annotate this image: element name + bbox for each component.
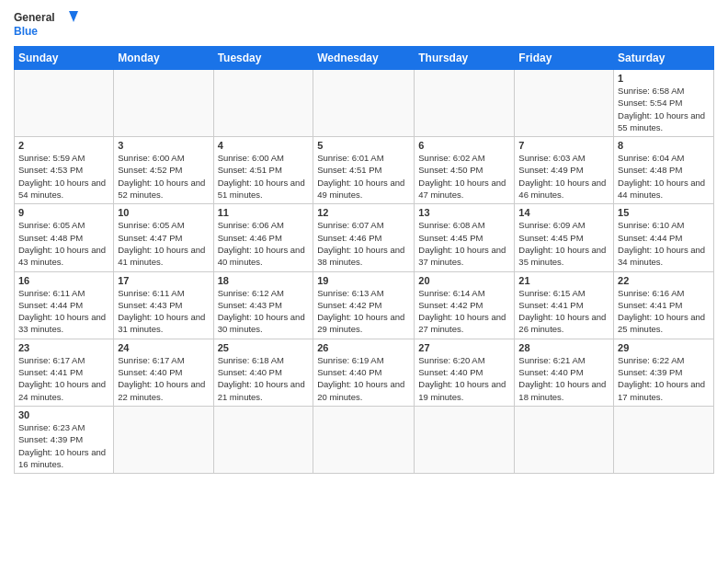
- day-info: Sunrise: 6:02 AM Sunset: 4:50 PM Dayligh…: [418, 152, 510, 201]
- calendar-cell: 29Sunrise: 6:22 AM Sunset: 4:39 PM Dayli…: [614, 339, 714, 406]
- day-number: 6: [418, 140, 510, 151]
- day-info: Sunrise: 6:03 AM Sunset: 4:49 PM Dayligh…: [518, 152, 609, 201]
- day-info: Sunrise: 6:10 AM Sunset: 4:44 PM Dayligh…: [618, 219, 710, 268]
- day-number: 9: [18, 207, 109, 218]
- calendar-cell: [415, 70, 515, 137]
- calendar-header-tuesday: Tuesday: [213, 47, 313, 70]
- calendar-cell: 20Sunrise: 6:14 AM Sunset: 4:42 PM Dayli…: [415, 271, 515, 339]
- day-number: 12: [317, 207, 410, 218]
- calendar-cell: [515, 406, 614, 473]
- day-number: 10: [118, 207, 209, 218]
- calendar-cell: 8Sunrise: 6:04 AM Sunset: 4:48 PM Daylig…: [614, 137, 714, 204]
- calendar-week-row: 2Sunrise: 5:59 AM Sunset: 4:53 PM Daylig…: [15, 137, 714, 204]
- day-number: 22: [618, 275, 710, 286]
- day-info: Sunrise: 6:01 AM Sunset: 4:51 PM Dayligh…: [317, 152, 410, 201]
- day-number: 27: [418, 342, 510, 353]
- calendar-cell: 14Sunrise: 6:09 AM Sunset: 4:45 PM Dayli…: [515, 204, 614, 271]
- calendar-header-row: SundayMondayTuesdayWednesdayThursdayFrid…: [15, 47, 714, 70]
- day-number: 20: [418, 275, 510, 286]
- day-info: Sunrise: 6:05 AM Sunset: 4:47 PM Dayligh…: [118, 219, 209, 268]
- day-number: 30: [18, 409, 109, 420]
- day-info: Sunrise: 6:13 AM Sunset: 4:42 PM Dayligh…: [317, 287, 410, 336]
- day-info: Sunrise: 6:06 AM Sunset: 4:46 PM Dayligh…: [218, 219, 310, 268]
- calendar-cell: 22Sunrise: 6:16 AM Sunset: 4:41 PM Dayli…: [614, 271, 714, 339]
- calendar-cell: 19Sunrise: 6:13 AM Sunset: 4:42 PM Dayli…: [313, 271, 415, 339]
- calendar-cell: 18Sunrise: 6:12 AM Sunset: 4:43 PM Dayli…: [213, 271, 313, 339]
- calendar-week-row: 9Sunrise: 6:05 AM Sunset: 4:48 PM Daylig…: [15, 204, 714, 271]
- calendar-header-wednesday: Wednesday: [313, 47, 415, 70]
- calendar-table: SundayMondayTuesdayWednesdayThursdayFrid…: [14, 46, 714, 474]
- day-info: Sunrise: 6:21 AM Sunset: 4:40 PM Dayligh…: [518, 354, 609, 403]
- day-info: Sunrise: 6:05 AM Sunset: 4:48 PM Dayligh…: [18, 219, 109, 268]
- calendar-cell: 2Sunrise: 5:59 AM Sunset: 4:53 PM Daylig…: [15, 137, 114, 204]
- calendar-cell: [15, 70, 114, 137]
- day-number: 15: [618, 207, 710, 218]
- day-info: Sunrise: 6:09 AM Sunset: 4:45 PM Dayligh…: [518, 219, 609, 268]
- calendar-week-row: 16Sunrise: 6:11 AM Sunset: 4:44 PM Dayli…: [15, 271, 714, 339]
- calendar-cell: 21Sunrise: 6:15 AM Sunset: 4:41 PM Dayli…: [515, 271, 614, 339]
- day-number: 25: [218, 342, 310, 353]
- calendar-cell: 25Sunrise: 6:18 AM Sunset: 4:40 PM Dayli…: [213, 339, 313, 406]
- day-info: Sunrise: 6:58 AM Sunset: 5:54 PM Dayligh…: [618, 85, 710, 133]
- day-number: 28: [518, 342, 609, 353]
- calendar-header-saturday: Saturday: [614, 47, 714, 70]
- calendar-cell: 10Sunrise: 6:05 AM Sunset: 4:47 PM Dayli…: [114, 204, 213, 271]
- calendar-cell: 30Sunrise: 6:23 AM Sunset: 4:39 PM Dayli…: [15, 406, 114, 473]
- calendar-week-row: 30Sunrise: 6:23 AM Sunset: 4:39 PM Dayli…: [15, 406, 714, 473]
- calendar-cell: 4Sunrise: 6:00 AM Sunset: 4:51 PM Daylig…: [213, 137, 313, 204]
- day-number: 5: [317, 140, 410, 151]
- day-number: 21: [518, 275, 609, 286]
- calendar-cell: 27Sunrise: 6:20 AM Sunset: 4:40 PM Dayli…: [415, 339, 515, 406]
- calendar-cell: 24Sunrise: 6:17 AM Sunset: 4:40 PM Dayli…: [114, 339, 213, 406]
- day-info: Sunrise: 6:23 AM Sunset: 4:39 PM Dayligh…: [18, 421, 109, 470]
- day-info: Sunrise: 6:22 AM Sunset: 4:39 PM Dayligh…: [618, 354, 710, 403]
- day-info: Sunrise: 6:12 AM Sunset: 4:43 PM Dayligh…: [218, 287, 310, 336]
- calendar-header-friday: Friday: [515, 47, 614, 70]
- day-info: Sunrise: 6:16 AM Sunset: 4:41 PM Dayligh…: [618, 287, 710, 336]
- calendar-cell: 11Sunrise: 6:06 AM Sunset: 4:46 PM Dayli…: [213, 204, 313, 271]
- calendar-cell: [415, 406, 515, 473]
- calendar-week-row: 23Sunrise: 6:17 AM Sunset: 4:41 PM Dayli…: [15, 339, 714, 406]
- svg-text:Blue: Blue: [14, 25, 38, 38]
- calendar-cell: [114, 406, 213, 473]
- day-number: 14: [518, 207, 609, 218]
- day-number: 18: [218, 275, 310, 286]
- day-number: 1: [618, 73, 710, 84]
- calendar-header-monday: Monday: [114, 47, 213, 70]
- day-info: Sunrise: 6:15 AM Sunset: 4:41 PM Dayligh…: [518, 287, 609, 336]
- day-number: 3: [118, 140, 209, 151]
- day-info: Sunrise: 6:00 AM Sunset: 4:51 PM Dayligh…: [218, 152, 310, 201]
- day-info: Sunrise: 6:17 AM Sunset: 4:40 PM Dayligh…: [118, 354, 209, 403]
- calendar-cell: 17Sunrise: 6:11 AM Sunset: 4:43 PM Dayli…: [114, 271, 213, 339]
- calendar-cell: 9Sunrise: 6:05 AM Sunset: 4:48 PM Daylig…: [15, 204, 114, 271]
- day-info: Sunrise: 6:17 AM Sunset: 4:41 PM Dayligh…: [18, 354, 109, 403]
- calendar-header-thursday: Thursday: [415, 47, 515, 70]
- day-info: Sunrise: 6:11 AM Sunset: 4:44 PM Dayligh…: [18, 287, 109, 336]
- day-number: 7: [518, 140, 609, 151]
- day-number: 11: [218, 207, 310, 218]
- day-info: Sunrise: 6:18 AM Sunset: 4:40 PM Dayligh…: [218, 354, 310, 403]
- day-number: 23: [18, 342, 109, 353]
- day-number: 13: [418, 207, 510, 218]
- day-info: Sunrise: 6:20 AM Sunset: 4:40 PM Dayligh…: [418, 354, 510, 403]
- calendar-cell: 23Sunrise: 6:17 AM Sunset: 4:41 PM Dayli…: [15, 339, 114, 406]
- calendar-cell: 26Sunrise: 6:19 AM Sunset: 4:40 PM Dayli…: [313, 339, 415, 406]
- calendar-cell: [313, 70, 415, 137]
- calendar-week-row: 1Sunrise: 6:58 AM Sunset: 5:54 PM Daylig…: [15, 70, 714, 137]
- day-number: 24: [118, 342, 209, 353]
- calendar-cell: [213, 406, 313, 473]
- day-info: Sunrise: 6:19 AM Sunset: 4:40 PM Dayligh…: [317, 354, 410, 403]
- day-number: 26: [317, 342, 410, 353]
- generalblue-logo-icon: General Blue: [14, 9, 78, 39]
- calendar-cell: 5Sunrise: 6:01 AM Sunset: 4:51 PM Daylig…: [313, 137, 415, 204]
- calendar-cell: 28Sunrise: 6:21 AM Sunset: 4:40 PM Dayli…: [515, 339, 614, 406]
- day-info: Sunrise: 6:11 AM Sunset: 4:43 PM Dayligh…: [118, 287, 209, 336]
- calendar-cell: [114, 70, 213, 137]
- calendar-cell: [313, 406, 415, 473]
- calendar-cell: [213, 70, 313, 137]
- calendar-cell: 3Sunrise: 6:00 AM Sunset: 4:52 PM Daylig…: [114, 137, 213, 204]
- page: General Blue SundayMondayTuesdayWednesda…: [0, 0, 728, 563]
- day-number: 8: [618, 140, 710, 151]
- svg-text:General: General: [14, 11, 55, 24]
- day-info: Sunrise: 6:07 AM Sunset: 4:46 PM Dayligh…: [317, 219, 410, 268]
